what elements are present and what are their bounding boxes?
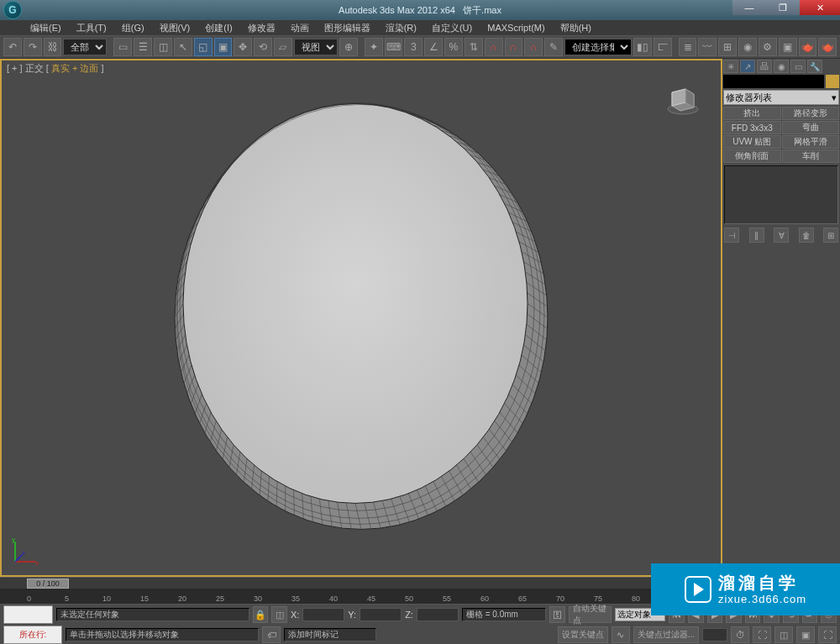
spinner-snap-icon[interactable]: ⇅: [465, 38, 483, 56]
select-region-icon[interactable]: ◫: [154, 38, 172, 56]
modify-tab-icon[interactable]: ↗: [740, 60, 755, 73]
menu-render[interactable]: 渲染(R): [379, 22, 423, 34]
magnet3-icon[interactable]: ∩: [524, 38, 543, 56]
object-name-field[interactable]: [723, 75, 824, 88]
frame-input[interactable]: [702, 628, 727, 641]
show-end-icon[interactable]: ‖: [749, 228, 764, 243]
y-input[interactable]: [360, 608, 402, 621]
nav-region-icon[interactable]: ▣: [796, 626, 815, 643]
object-color-swatch[interactable]: [826, 75, 839, 88]
time-tag-icon[interactable]: 🏷: [262, 626, 281, 643]
menu-modifiers[interactable]: 修改器: [241, 22, 282, 34]
redo-icon[interactable]: ↷: [24, 38, 42, 56]
align-icon[interactable]: ⫍: [654, 38, 672, 56]
auto-key-button[interactable]: 自动关键点: [569, 606, 612, 623]
minimize-button[interactable]: —: [732, 0, 766, 15]
ref-coord-select[interactable]: 视图: [294, 39, 338, 55]
mod-lathe[interactable]: 车削: [782, 149, 840, 163]
configure-icon[interactable]: ⊞: [823, 228, 838, 243]
keyboard-icon[interactable]: ⌨: [385, 38, 403, 56]
time-slider-knob[interactable]: 0 / 100: [27, 579, 69, 589]
app-icon[interactable]: G: [3, 1, 22, 19]
remove-mod-icon[interactable]: 🗑: [799, 228, 814, 243]
motion-tab-icon[interactable]: ◉: [774, 60, 789, 73]
key-filter-button[interactable]: 关键点过滤器...: [633, 626, 699, 643]
move-icon[interactable]: ✥: [234, 38, 252, 56]
key-filter-icon[interactable]: ∿: [612, 626, 630, 643]
scale-icon[interactable]: ▱: [274, 38, 292, 56]
window-crossing-icon[interactable]: ◱: [194, 38, 213, 56]
menu-maxscript[interactable]: MAXScript(M): [480, 23, 551, 33]
script-box-1[interactable]: [3, 605, 53, 624]
magnet2-icon[interactable]: ∩: [505, 38, 523, 56]
render-setup-icon[interactable]: ⚙: [759, 38, 777, 56]
menu-group[interactable]: 组(G): [115, 22, 151, 34]
menu-edit[interactable]: 编辑(E): [24, 22, 68, 34]
set-key-button[interactable]: 设置关键点: [558, 626, 608, 643]
mod-extrude[interactable]: 挤出: [723, 107, 781, 120]
undo-icon[interactable]: ↶: [3, 38, 22, 56]
utilities-tab-icon[interactable]: 🔧: [807, 60, 822, 73]
window-controls: — ❐ ✕: [732, 0, 840, 15]
z-input[interactable]: [417, 608, 459, 621]
close-button[interactable]: ✕: [800, 0, 840, 15]
menu-customize[interactable]: 自定义(U): [425, 22, 479, 34]
edit-named-icon[interactable]: ✎: [544, 38, 563, 56]
mirror-icon[interactable]: ▮▯: [633, 38, 652, 56]
menu-graph-editor[interactable]: 图形编辑器: [318, 22, 377, 34]
select-name-icon[interactable]: ☰: [134, 38, 152, 56]
modifier-stack[interactable]: [724, 165, 838, 224]
mod-pathdeform[interactable]: 路径变形: [782, 107, 840, 120]
hierarchy-tab-icon[interactable]: 品: [757, 60, 772, 73]
menu-create[interactable]: 创建(I): [198, 22, 239, 34]
render-frame-icon[interactable]: ▣: [779, 38, 797, 56]
mod-uvw[interactable]: UVW 贴图: [723, 135, 781, 149]
manip-icon[interactable]: ✦: [365, 38, 383, 56]
viewport[interactable]: [ + ] 正交 [ 真实 + 边面 ]: [0, 59, 722, 577]
pin-stack-icon[interactable]: ⊣: [724, 228, 739, 243]
select-region2-icon[interactable]: ▣: [214, 38, 233, 56]
mod-meshsmooth[interactable]: 网格平滑: [782, 135, 840, 149]
lock-icon[interactable]: 🔒: [253, 606, 269, 623]
menu-view[interactable]: 视图(V): [153, 22, 197, 34]
snap-3-icon[interactable]: 3: [404, 38, 423, 56]
mod-ffd[interactable]: FFD 3x3x3: [723, 121, 781, 134]
render-prod-icon[interactable]: 🫖: [818, 38, 837, 56]
layers-icon[interactable]: ≣: [679, 38, 697, 56]
mod-bevel[interactable]: 倒角剖面: [723, 149, 781, 163]
create-tab-icon[interactable]: ✳: [723, 60, 738, 73]
cursor-icon[interactable]: ↖: [174, 38, 192, 56]
schematic-icon[interactable]: ⊞: [718, 38, 737, 56]
pivot-icon[interactable]: ⊕: [339, 38, 358, 56]
material-editor-icon[interactable]: ◉: [738, 38, 757, 56]
link-icon[interactable]: ⛓: [44, 38, 62, 56]
script-listener-button[interactable]: 所在行:: [3, 626, 62, 644]
angle-snap-icon[interactable]: ∠: [424, 38, 443, 56]
unique-icon[interactable]: ∀: [774, 228, 789, 243]
nav-max-icon[interactable]: ⛶: [818, 626, 837, 643]
menu-tools[interactable]: 工具(T): [70, 22, 113, 34]
key-icon[interactable]: ⚿: [549, 606, 565, 623]
select-icon[interactable]: ▭: [113, 38, 132, 56]
iso-icon[interactable]: ◫: [271, 606, 287, 623]
curve-editor-icon[interactable]: 〰: [698, 38, 717, 56]
viewport-label[interactable]: [ + ] 正交 [ 真实 + 边面 ]: [7, 62, 104, 75]
magnet-icon[interactable]: ∩: [485, 38, 503, 56]
menu-help[interactable]: 帮助(H): [554, 22, 598, 34]
viewcube[interactable]: [662, 77, 704, 119]
mod-bend[interactable]: 弯曲: [782, 121, 840, 134]
percent-snap-icon[interactable]: %: [444, 38, 463, 56]
selection-filter[interactable]: 全部: [63, 39, 107, 55]
menu-animation[interactable]: 动画: [284, 22, 316, 34]
nav-zoom-all-icon[interactable]: ◫: [774, 626, 793, 643]
rotate-icon[interactable]: ⟲: [254, 38, 272, 56]
modifier-list-dropdown[interactable]: 修改器列表▾: [723, 90, 839, 105]
display-tab-icon[interactable]: ▭: [790, 60, 806, 73]
x-input[interactable]: [302, 608, 344, 621]
maximize-button[interactable]: ❐: [766, 0, 800, 15]
render-icon[interactable]: 🫖: [799, 38, 817, 56]
nav-zoom-ext-icon[interactable]: ⛶: [753, 626, 771, 643]
add-time-tag[interactable]: 添加时间标记: [284, 628, 376, 641]
named-sel-dropdown[interactable]: 创建选择集: [564, 39, 632, 55]
time-config-icon[interactable]: ⏱: [731, 626, 749, 643]
